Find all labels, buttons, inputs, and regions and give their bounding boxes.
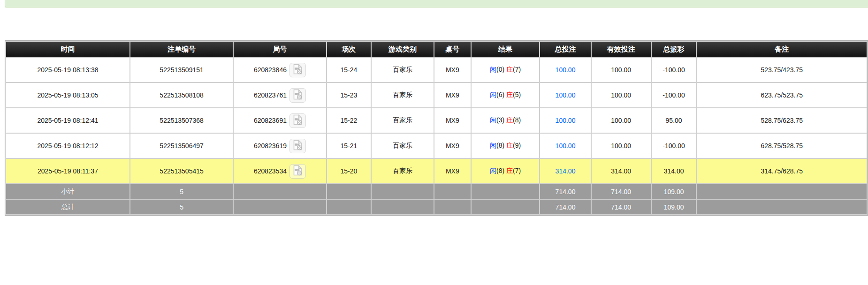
summary-payout: 109.00 — [652, 200, 696, 214]
cell-payout: -100.00 — [652, 58, 696, 82]
table-header: 时间注单编号局号场次游戏类别桌号结果总投注有效投注总派彩备注 — [6, 42, 867, 57]
summary-empty-game — [372, 184, 434, 199]
cell-time: 2025-05-19 08:13:05 — [6, 83, 129, 107]
total-bet-link[interactable]: 100.00 — [556, 142, 576, 150]
cell-valid-bet: 100.00 — [592, 108, 651, 133]
cell-time: 2025-05-19 08:11:37 — [6, 159, 129, 183]
cell-total-bet: 314.00 — [540, 159, 590, 183]
summary-valid-bet: 714.00 — [592, 184, 651, 199]
bet-row[interactable]: 2025-05-19 08:12:41522513507368620823691… — [6, 108, 867, 133]
bet-row[interactable]: 2025-05-19 08:11:37522513505415620823534… — [6, 159, 867, 183]
cell-round: 620823691 — [234, 108, 326, 133]
column-header-session: 场次 — [327, 42, 371, 57]
cell-result: 闲(8) 庄(9) — [472, 134, 540, 158]
column-header-time: 时间 — [6, 42, 129, 57]
cell-remark: 314.75/628.75 — [697, 159, 867, 183]
cell-bet-id: 522513509151 — [130, 58, 233, 82]
cell-bet-id: 522513508108 — [130, 83, 233, 107]
summary-empty-result — [472, 200, 540, 214]
bet-row[interactable]: 2025-05-19 08:12:12522513506497620823619… — [6, 134, 867, 158]
total-bet-link[interactable]: 100.00 — [556, 117, 576, 124]
result-banker-score: (7) — [513, 66, 521, 73]
summary-total-bet: 714.00 — [540, 200, 590, 214]
column-header-game: 游戏类别 — [372, 42, 434, 57]
summary-empty-result — [472, 184, 540, 199]
film-file-icon — [293, 64, 303, 76]
total-bet-link[interactable]: 100.00 — [556, 91, 576, 99]
summary-total-bet: 714.00 — [540, 184, 590, 199]
cell-round: 620823619 — [234, 134, 326, 158]
summary-valid-bet: 714.00 — [592, 200, 651, 214]
summary-empty-remark — [697, 200, 867, 214]
result-player-score: (8) — [496, 167, 506, 174]
column-header-bet-id: 注单编号 — [130, 42, 233, 57]
cell-result: 闲(6) 庄(5) — [472, 83, 540, 107]
cell-payout: 95.00 — [652, 108, 696, 133]
cell-remark: 623.75/523.75 — [697, 83, 867, 107]
cell-valid-bet: 100.00 — [592, 83, 651, 107]
bet-row[interactable]: 2025-05-19 08:13:05522513508108620823761… — [6, 83, 867, 107]
round-cell: 620823534 — [236, 164, 324, 179]
result-banker-score: (5) — [513, 91, 521, 98]
result-player-label: 闲 — [490, 66, 496, 73]
cell-game-type: 百家乐 — [372, 108, 434, 133]
result-player-label: 闲 — [490, 116, 496, 124]
cell-round: 620823846 — [234, 58, 326, 82]
cell-total-bet: 100.00 — [540, 108, 590, 133]
bet-records-table-wrap: 时间注单编号局号场次游戏类别桌号结果总投注有效投注总派彩备注 2025-05-1… — [5, 40, 868, 216]
result-player-label: 闲 — [490, 91, 496, 98]
round-cell: 620823761 — [236, 88, 324, 103]
cell-remark: 523.75/423.75 — [697, 58, 867, 82]
video-replay-button[interactable] — [289, 113, 306, 128]
cell-bet-id: 522513507368 — [130, 108, 233, 133]
cell-table-no: MX9 — [434, 58, 471, 82]
round-number: 620823619 — [254, 142, 287, 150]
video-replay-button[interactable] — [289, 88, 306, 103]
result-player-score: (3) — [496, 116, 506, 124]
bet-records-table: 时间注单编号局号场次游戏类别桌号结果总投注有效投注总派彩备注 2025-05-1… — [5, 40, 868, 216]
cell-valid-bet: 100.00 — [592, 134, 651, 158]
column-header-total-bet: 总投注 — [540, 42, 590, 57]
cell-time: 2025-05-19 08:13:38 — [6, 58, 129, 82]
bet-row[interactable]: 2025-05-19 08:13:38522513509151620823846… — [6, 58, 867, 82]
cell-session: 15-22 — [327, 108, 371, 133]
result-banker-label: 庄 — [506, 91, 513, 98]
summary-empty-round — [234, 200, 326, 214]
total-bet-link[interactable]: 314.00 — [556, 167, 576, 175]
cell-table-no: MX9 — [434, 159, 471, 183]
film-file-icon — [293, 89, 303, 101]
video-replay-button[interactable] — [289, 139, 306, 153]
result-banker-score: (9) — [513, 142, 521, 149]
round-number: 620823761 — [254, 91, 287, 99]
cell-session: 15-23 — [327, 83, 371, 107]
result-player-score: (8) — [496, 142, 506, 149]
round-number: 620823846 — [254, 66, 287, 74]
video-replay-button[interactable] — [289, 63, 306, 77]
success-alert-bar — [5, 0, 868, 8]
summary-empty-table-no — [434, 200, 471, 214]
summary-empty-remark — [697, 184, 867, 199]
summary-row-total: 总计5714.00714.00109.00 — [6, 200, 867, 214]
total-bet-link[interactable]: 100.00 — [556, 66, 576, 74]
cell-time: 2025-05-19 08:12:12 — [6, 134, 129, 158]
result-player-score: (0) — [496, 66, 506, 73]
result-banker-label: 庄 — [506, 66, 513, 73]
result-player-label: 闲 — [490, 167, 496, 174]
cell-session: 15-20 — [327, 159, 371, 183]
cell-game-type: 百家乐 — [372, 159, 434, 183]
summary-empty-round — [234, 184, 326, 199]
summary-payout: 109.00 — [652, 184, 696, 199]
cell-game-type: 百家乐 — [372, 58, 434, 82]
cell-game-type: 百家乐 — [372, 83, 434, 107]
cell-total-bet: 100.00 — [540, 83, 590, 107]
cell-table-no: MX9 — [434, 83, 471, 107]
cell-result: 闲(0) 庄(7) — [472, 58, 540, 82]
summary-row-subtotal: 小计5714.00714.00109.00 — [6, 184, 867, 199]
round-cell: 620823846 — [236, 63, 324, 77]
summary-count: 5 — [130, 200, 233, 214]
film-file-icon — [293, 165, 303, 177]
cell-remark: 528.75/623.75 — [697, 108, 867, 133]
video-replay-button[interactable] — [289, 164, 306, 179]
column-header-remark: 备注 — [697, 42, 867, 57]
round-number: 620823691 — [254, 117, 287, 124]
